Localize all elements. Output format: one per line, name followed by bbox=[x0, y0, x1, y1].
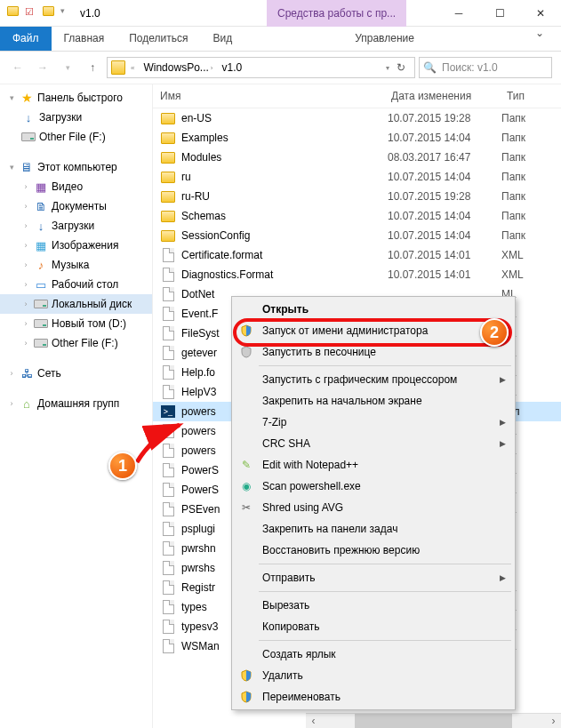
context-menu-separator bbox=[259, 564, 511, 564]
menu-item-icon bbox=[237, 343, 255, 361]
sidebar-homegroup[interactable]: ›⌂Домашняя групп bbox=[0, 394, 152, 413]
menu-item-label: Открыть bbox=[262, 303, 506, 316]
file-row[interactable]: Modules08.03.2017 16:47Папк bbox=[153, 148, 561, 167]
file-row[interactable]: Diagnostics.Format10.07.2015 14:01XML bbox=[153, 265, 561, 284]
file-name: en-US bbox=[181, 112, 388, 124]
annotation-arrow bbox=[126, 418, 197, 471]
menu-item-icon: ✂ bbox=[237, 499, 255, 516]
tab-home[interactable]: Главная bbox=[52, 27, 117, 51]
column-type[interactable]: Тип bbox=[500, 84, 561, 108]
sidebar-item-desktop[interactable]: ›▭Рабочий стол bbox=[0, 275, 152, 294]
context-menu-item[interactable]: Запуск от имени администратора bbox=[234, 320, 513, 341]
sidebar-network[interactable]: ›🖧Сеть bbox=[0, 364, 152, 383]
sidebar-item-video[interactable]: ›▦Видео bbox=[0, 177, 152, 196]
menu-item-label: Переименовать bbox=[262, 691, 506, 703]
file-icon bbox=[160, 345, 176, 361]
horizontal-scrollbar[interactable]: ‹ › bbox=[306, 713, 561, 728]
qat-chevron-icon[interactable]: ▾ bbox=[60, 6, 75, 20]
file-name: Diagnostics.Format bbox=[181, 268, 388, 281]
context-menu-item[interactable]: ✂Shred using AVG bbox=[234, 497, 513, 518]
nav-up-button[interactable]: ↑ bbox=[82, 57, 103, 78]
context-menu-item[interactable]: Закрепить на начальном экране bbox=[234, 390, 513, 412]
file-row[interactable]: en-US10.07.2015 19:28Папк bbox=[153, 108, 561, 128]
maximize-button[interactable]: ☐ bbox=[479, 0, 520, 27]
file-row[interactable]: SessionConfig10.07.2015 14:04Папк bbox=[153, 226, 561, 245]
file-type: Папк bbox=[501, 151, 525, 164]
context-menu-item[interactable]: Копировать bbox=[234, 616, 513, 637]
breadcrumb-seg-2[interactable]: v1.0 bbox=[218, 61, 245, 74]
file-date: 10.07.2015 14:04 bbox=[388, 210, 501, 222]
file-icon bbox=[160, 540, 176, 556]
context-menu-separator bbox=[259, 591, 511, 592]
address-history-button[interactable]: ▾ bbox=[386, 64, 389, 72]
qat-folder-icon[interactable] bbox=[43, 6, 57, 20]
file-icon bbox=[160, 208, 176, 224]
column-headers[interactable]: Имя Дата изменения Тип bbox=[153, 84, 561, 108]
sidebar-quick-access[interactable]: ▾★Панель быстрого bbox=[0, 88, 152, 108]
close-button[interactable]: ✕ bbox=[520, 0, 561, 27]
context-menu-item[interactable]: Запустить в песочнице bbox=[234, 341, 513, 363]
tab-share[interactable]: Поделиться bbox=[116, 27, 200, 51]
address-bar[interactable]: « WindowsPo...› v1.0 ▾ ↻ bbox=[107, 57, 415, 78]
breadcrumb-seg-1[interactable]: WindowsPo...› bbox=[140, 61, 216, 74]
ribbon-tabs: Файл Главная Поделиться Вид Управление ⌄ bbox=[0, 27, 561, 52]
context-menu-item[interactable]: ◉Scan powershell.exe bbox=[234, 476, 513, 497]
column-date[interactable]: Дата изменения bbox=[384, 84, 500, 108]
context-menu-item[interactable]: Отправить▶ bbox=[234, 567, 513, 588]
file-row[interactable]: Examples10.07.2015 14:04Папк bbox=[153, 128, 561, 148]
tab-view[interactable]: Вид bbox=[200, 27, 244, 51]
sidebar-item-new-volume[interactable]: ›Новый том (D:) bbox=[0, 314, 152, 333]
context-menu-item[interactable]: Закрепить на панели задач bbox=[234, 518, 513, 540]
sidebar-item-documents[interactable]: ›🗎Документы bbox=[0, 196, 152, 216]
menu-item-label: Запуск от имени администратора bbox=[262, 324, 506, 337]
scroll-left-button[interactable]: ‹ bbox=[306, 714, 321, 728]
search-input[interactable]: 🔍 Поиск: v1.0 bbox=[419, 57, 552, 78]
refresh-button[interactable]: ↻ bbox=[391, 58, 411, 77]
menu-item-label: Закрепить на начальном экране bbox=[262, 395, 506, 407]
file-icon bbox=[160, 364, 176, 380]
sidebar-item-music[interactable]: ›♪Музыка bbox=[0, 255, 152, 275]
column-name[interactable]: Имя bbox=[153, 84, 384, 108]
menu-item-label: Shred using AVG bbox=[262, 501, 506, 514]
sidebar-this-pc[interactable]: ▾🖥Этот компьютер bbox=[0, 157, 152, 177]
context-menu-item[interactable]: 7-Zip▶ bbox=[234, 412, 513, 433]
scroll-right-button[interactable]: › bbox=[546, 714, 561, 728]
file-row[interactable]: Certificate.format10.07.2015 14:01XML bbox=[153, 245, 561, 265]
tab-manage[interactable]: Управление bbox=[342, 27, 427, 51]
ribbon-expand-button[interactable]: ⌄ bbox=[527, 27, 552, 39]
sidebar-item-other-file[interactable]: Other File (F:) bbox=[0, 127, 152, 147]
sidebar-item-images[interactable]: ›▦Изображения bbox=[0, 236, 152, 255]
context-menu-item[interactable]: Переименовать bbox=[234, 686, 513, 708]
file-row[interactable]: Schemas10.07.2015 14:04Папк bbox=[153, 206, 561, 226]
context-menu-item[interactable]: Запустить с графическим процессором▶ bbox=[234, 369, 513, 390]
context-menu-item[interactable]: Открыть bbox=[234, 299, 513, 320]
scroll-thumb[interactable] bbox=[355, 714, 512, 728]
sidebar-item-local-disk[interactable]: ›Локальный диск bbox=[0, 294, 152, 314]
nav-recent-button[interactable]: ▾ bbox=[57, 57, 78, 78]
file-icon bbox=[160, 325, 176, 341]
menu-item-icon: ✎ bbox=[237, 456, 255, 474]
context-menu-item[interactable]: CRC SHA▶ bbox=[234, 433, 513, 454]
breadcrumb-root-caret[interactable]: « bbox=[131, 64, 134, 72]
context-menu-item[interactable]: Удалить bbox=[234, 665, 513, 686]
minimize-button[interactable]: ─ bbox=[438, 0, 479, 27]
nav-back-button[interactable]: ← bbox=[7, 57, 28, 78]
address-row: ← → ▾ ↑ « WindowsPo...› v1.0 ▾ ↻ 🔍 Поиск… bbox=[0, 52, 561, 84]
file-row[interactable]: ru-RU10.07.2015 19:28Папк bbox=[153, 187, 561, 206]
file-icon bbox=[160, 286, 176, 302]
file-icon bbox=[160, 247, 176, 263]
sidebar-item-downloads[interactable]: ↓Загрузки bbox=[0, 108, 152, 127]
file-type: XML bbox=[501, 268, 524, 281]
context-menu-item[interactable]: ✎Edit with Notepad++ bbox=[234, 454, 513, 476]
submenu-arrow-icon: ▶ bbox=[500, 573, 506, 582]
file-name: Examples bbox=[181, 132, 388, 144]
context-menu-item[interactable]: Восстановить прежнюю версию bbox=[234, 540, 513, 561]
qat-checkbox-icon[interactable]: ☑ bbox=[25, 6, 39, 20]
file-row[interactable]: ru10.07.2015 14:04Папк bbox=[153, 167, 561, 187]
menu-item-label: 7-Zip bbox=[262, 416, 493, 428]
context-menu-item[interactable]: Создать ярлык bbox=[234, 644, 513, 665]
context-menu-item[interactable]: Вырезать bbox=[234, 595, 513, 616]
tab-file[interactable]: Файл bbox=[0, 27, 52, 51]
sidebar-item-other-file2[interactable]: ›Other File (F:) bbox=[0, 333, 152, 353]
sidebar-item-downloads2[interactable]: ›↓Загрузки bbox=[0, 216, 152, 236]
